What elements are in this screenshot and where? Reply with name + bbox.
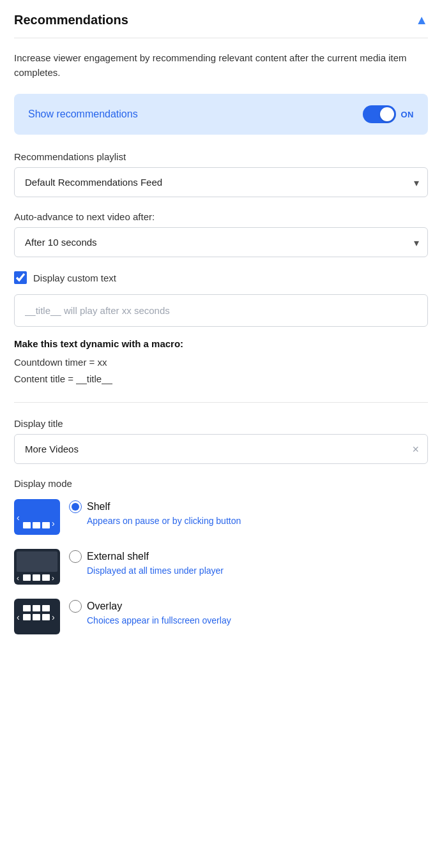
playlist-label: Recommendations playlist <box>14 151 428 162</box>
overlay-radio[interactable] <box>69 600 82 613</box>
macro-line-1: Countdown timer = xx <box>14 354 428 371</box>
svg-text:›: › <box>52 574 54 583</box>
playlist-select[interactable]: Default Recommendations Feed <box>14 167 428 197</box>
overlay-mode-desc: Choices appear in fullscreen overlay <box>87 615 428 625</box>
svg-text:›: › <box>52 612 55 622</box>
external-shelf-radio-row: External shelf <box>69 550 428 563</box>
macro-section: Make this text dynamic with a macro: Cou… <box>14 338 428 403</box>
external-shelf-mode-desc: Displayed at all times under player <box>87 565 428 576</box>
toggle-thumb <box>380 107 394 121</box>
overlay-radio-group: Overlay Choices appear in fullscreen ove… <box>69 599 428 625</box>
mode-option-shelf: ‹ › Shelf Appears on pause or by clickin… <box>14 499 428 535</box>
toggle-right: ON <box>363 105 415 123</box>
chevron-up-icon[interactable]: ▲ <box>415 13 428 27</box>
svg-rect-3 <box>42 522 50 528</box>
svg-rect-14 <box>42 605 50 611</box>
svg-rect-2 <box>33 522 40 528</box>
section-header: Recommendations ▲ <box>14 13 428 38</box>
recommendations-playlist-group: Recommendations playlist Default Recomme… <box>14 151 428 197</box>
custom-text-checkbox[interactable] <box>14 271 27 284</box>
display-title-input[interactable] <box>14 434 428 464</box>
display-mode-section: Display mode ‹ › Shelf <box>14 478 428 634</box>
toggle-on-text: ON <box>401 110 415 119</box>
toggle-label: Show recommendations <box>28 108 138 120</box>
svg-rect-12 <box>23 605 31 611</box>
description-text: Increase viewer engagement by recommendi… <box>14 51 428 80</box>
display-mode-label: Display mode <box>14 478 428 489</box>
mode-option-external-shelf: ‹ › External shelf Displayed at all time… <box>14 549 428 585</box>
svg-text:‹: ‹ <box>17 513 20 523</box>
svg-rect-16 <box>33 614 40 620</box>
overlay-mode-name: Overlay <box>87 601 122 612</box>
custom-text-input[interactable] <box>14 294 428 327</box>
external-shelf-mode-icon: ‹ › <box>14 549 60 585</box>
svg-rect-8 <box>33 574 40 581</box>
mode-option-overlay: ‹ › Overlay Choices appear in fu <box>14 599 428 634</box>
external-shelf-radio[interactable] <box>69 550 82 563</box>
toggle-switch[interactable] <box>363 105 396 123</box>
external-shelf-radio-group: External shelf Displayed at all times un… <box>69 549 428 576</box>
shelf-mode-desc: Appears on pause or by clicking button <box>87 516 428 526</box>
svg-text:‹: ‹ <box>17 574 19 583</box>
display-title-input-wrapper: × <box>14 434 428 464</box>
custom-text-checkbox-label: Display custom text <box>33 273 116 283</box>
shelf-radio-row: Shelf <box>69 500 428 513</box>
section-title: Recommendations <box>14 13 128 27</box>
shelf-mode-name: Shelf <box>87 501 110 513</box>
auto-advance-label: Auto-advance to next video after: <box>14 211 428 222</box>
svg-rect-5 <box>17 551 57 572</box>
overlay-radio-row: Overlay <box>69 600 428 613</box>
macro-title: Make this text dynamic with a macro: <box>14 338 428 349</box>
auto-advance-select[interactable]: After 10 seconds <box>14 227 428 257</box>
display-title-section: Display title × <box>14 418 428 464</box>
playlist-select-wrapper: Default Recommendations Feed ▾ <box>14 167 428 197</box>
shelf-mode-icon: ‹ › <box>14 499 60 535</box>
show-recommendations-row: Show recommendations ON <box>14 94 428 135</box>
external-shelf-mode-name: External shelf <box>87 551 149 562</box>
overlay-mode-icon: ‹ › <box>14 599 60 634</box>
svg-rect-13 <box>33 605 40 611</box>
svg-rect-1 <box>23 522 31 528</box>
shelf-radio[interactable] <box>69 500 82 513</box>
shelf-radio-group: Shelf Appears on pause or by clicking bu… <box>69 499 428 526</box>
svg-rect-7 <box>23 574 31 581</box>
custom-text-checkbox-row: Display custom text <box>14 271 428 284</box>
auto-advance-group: Auto-advance to next video after: After … <box>14 211 428 257</box>
macro-line-2: Content title = __title__ <box>14 371 428 387</box>
page-container: Recommendations ▲ Increase viewer engage… <box>0 0 442 661</box>
clear-display-title-button[interactable]: × <box>412 444 419 455</box>
svg-text:›: › <box>52 518 55 528</box>
svg-text:‹: ‹ <box>17 612 20 622</box>
svg-rect-9 <box>42 574 50 581</box>
svg-rect-17 <box>42 614 50 620</box>
auto-advance-select-wrapper: After 10 seconds ▾ <box>14 227 428 257</box>
svg-rect-15 <box>23 614 31 620</box>
display-title-label: Display title <box>14 418 428 429</box>
